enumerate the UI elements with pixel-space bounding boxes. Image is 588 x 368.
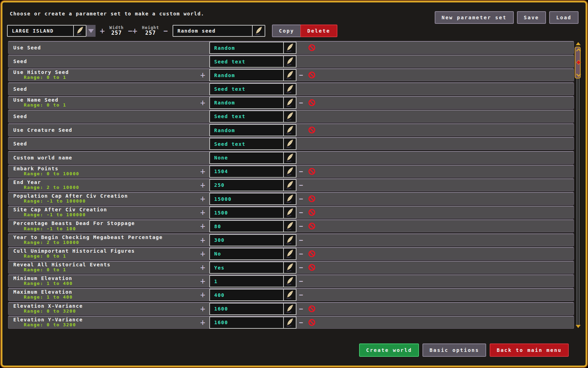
feather-edit-icon[interactable] (283, 111, 296, 122)
param-value-field[interactable]: Seed text (210, 111, 283, 122)
scrollbar-track[interactable] (577, 47, 579, 326)
param-value-field[interactable]: None (210, 152, 283, 163)
param-value-field[interactable]: Random (210, 125, 283, 136)
scroll-down-arrow[interactable] (576, 325, 581, 328)
decrease-value-button[interactable]: — (299, 71, 303, 79)
feather-edit-icon[interactable] (283, 221, 296, 232)
increase-value-button[interactable]: + (200, 290, 205, 300)
width-decrease-button[interactable]: — (128, 28, 132, 34)
new-parameter-set-button[interactable]: New parameter set (435, 11, 514, 24)
feather-edit-icon[interactable] (252, 26, 265, 36)
decrease-value-button[interactable]: — (299, 195, 303, 202)
forbid-button[interactable] (308, 319, 316, 326)
param-value-field[interactable]: 400 (210, 289, 283, 300)
increase-value-button[interactable]: + (200, 221, 205, 231)
increase-value-button[interactable]: + (200, 235, 205, 245)
param-value-field[interactable]: 300 (210, 235, 283, 246)
increase-value-button[interactable]: + (200, 276, 205, 286)
feather-edit-icon[interactable] (283, 304, 296, 314)
param-value-field[interactable]: 1500 (210, 207, 283, 218)
forbid-button[interactable] (308, 99, 316, 107)
feather-edit-icon[interactable] (283, 276, 296, 287)
param-value-field[interactable]: Random (210, 97, 283, 108)
increase-value-button[interactable]: + (200, 263, 205, 272)
param-value-field[interactable]: Random (210, 70, 283, 81)
create-world-button[interactable]: Create world (359, 343, 419, 357)
feather-edit-icon[interactable] (283, 97, 296, 108)
decrease-value-button[interactable]: — (299, 223, 303, 230)
feather-edit-icon[interactable] (283, 193, 296, 204)
forbid-button[interactable] (308, 168, 316, 175)
increase-value-button[interactable]: + (200, 98, 205, 108)
feather-edit-icon[interactable] (283, 70, 296, 81)
forbid-button[interactable] (308, 264, 316, 271)
decrease-value-button[interactable]: — (299, 319, 303, 326)
parameter-set-dropdown-button[interactable] (86, 25, 96, 37)
param-value-field[interactable]: Seed text (210, 56, 283, 67)
increase-value-button[interactable]: + (200, 207, 205, 217)
param-value-field[interactable]: 80 (210, 221, 283, 232)
param-value-field[interactable]: Random (210, 42, 283, 53)
feather-edit-icon[interactable] (283, 84, 296, 95)
forbid-button[interactable] (308, 250, 316, 258)
param-value-field[interactable]: Seed text (210, 84, 283, 95)
feather-edit-icon[interactable] (283, 317, 296, 328)
height-increase-button[interactable]: + (132, 27, 137, 35)
increase-value-button[interactable]: + (200, 304, 205, 314)
random-seed-input[interactable]: Random seed (173, 25, 265, 37)
feather-edit-icon[interactable] (283, 180, 296, 191)
feather-edit-icon[interactable] (283, 289, 296, 300)
forbid-button[interactable] (308, 195, 316, 203)
decrease-value-button[interactable]: — (299, 237, 303, 244)
forbid-button[interactable] (308, 305, 316, 313)
width-increase-button[interactable]: + (100, 27, 105, 35)
decrease-value-button[interactable]: — (299, 291, 303, 298)
param-value-field[interactable]: 1600 (210, 304, 283, 314)
increase-value-button[interactable]: + (200, 249, 205, 259)
load-button[interactable]: Load (549, 11, 579, 24)
feather-edit-icon[interactable] (283, 248, 296, 259)
feather-edit-icon[interactable] (283, 138, 296, 149)
delete-button[interactable]: Delete (300, 25, 337, 37)
feather-edit-icon[interactable] (283, 152, 296, 163)
decrease-value-button[interactable]: — (299, 250, 303, 257)
feather-edit-icon[interactable] (283, 56, 296, 67)
decrease-value-button[interactable]: — (299, 305, 303, 312)
increase-value-button[interactable]: + (200, 180, 205, 190)
parameter-set-select[interactable]: LARGE ISLAND (7, 25, 86, 37)
increase-value-button[interactable]: + (200, 70, 205, 80)
decrease-value-button[interactable]: — (299, 278, 303, 285)
basic-options-button[interactable]: Basic options (422, 343, 486, 357)
increase-value-button[interactable]: + (200, 194, 205, 204)
back-to-main-menu-button[interactable]: Back to main menu (490, 343, 569, 357)
param-value-field[interactable]: 15000 (210, 193, 283, 204)
param-value-field[interactable]: 250 (210, 180, 283, 191)
param-value-field[interactable]: Seed text (210, 138, 283, 149)
height-decrease-button[interactable]: — (164, 28, 168, 34)
decrease-value-button[interactable]: — (299, 168, 303, 175)
feather-edit-icon[interactable] (73, 26, 86, 36)
decrease-value-button[interactable]: — (299, 182, 303, 189)
decrease-value-button[interactable]: — (299, 209, 303, 216)
save-button[interactable]: Save (517, 11, 546, 24)
feather-edit-icon[interactable] (283, 125, 296, 136)
scrollbar-thumb[interactable] (575, 47, 581, 79)
forbid-button[interactable] (308, 209, 316, 216)
feather-edit-icon[interactable] (283, 42, 296, 53)
scroll-up-arrow[interactable] (576, 42, 581, 45)
feather-edit-icon[interactable] (283, 262, 296, 273)
decrease-value-button[interactable]: — (299, 264, 303, 271)
param-value-field[interactable]: 1504 (210, 166, 283, 177)
forbid-button[interactable] (308, 44, 316, 52)
forbid-button[interactable] (308, 222, 316, 230)
param-value-field[interactable]: No (210, 248, 283, 259)
feather-edit-icon[interactable] (283, 166, 296, 177)
feather-edit-icon[interactable] (283, 207, 296, 218)
copy-button[interactable]: Copy (272, 25, 301, 37)
increase-value-button[interactable]: + (200, 318, 205, 327)
feather-edit-icon[interactable] (283, 235, 296, 246)
forbid-button[interactable] (308, 126, 316, 134)
increase-value-button[interactable]: + (200, 166, 205, 176)
decrease-value-button[interactable]: — (299, 99, 303, 106)
param-value-field[interactable]: 1600 (210, 317, 283, 328)
